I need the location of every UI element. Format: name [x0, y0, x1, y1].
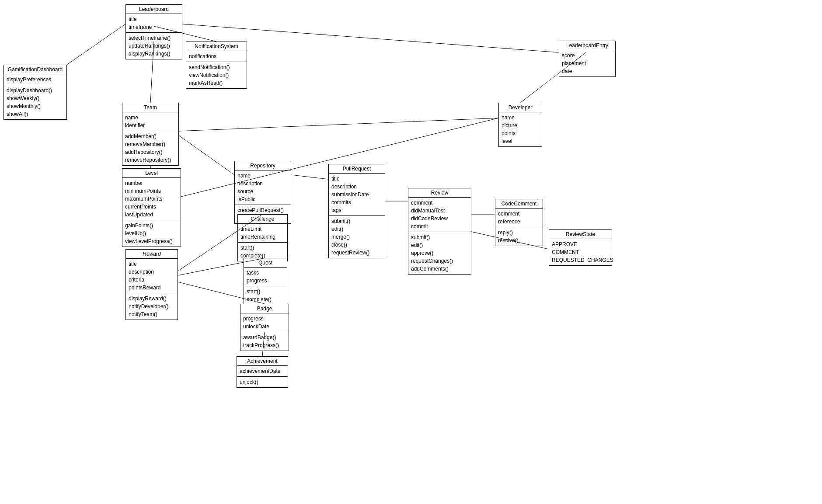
class-badge-header: Badge: [240, 304, 289, 313]
class-code-comment: CodeComment comment reference reply() re…: [495, 199, 543, 246]
class-review-header: Review: [408, 188, 471, 198]
class-review-attrs: comment didManualTest didCodeReview comm…: [408, 198, 471, 232]
class-level-methods: gainPoints() levelUp() viewLevelProgress…: [122, 220, 181, 247]
class-achievement-methods: unlock(): [237, 377, 288, 387]
class-leaderboard-entry: LeaderboardEntry score placement date: [559, 41, 616, 77]
class-leaderboard-entry-attrs: score placement date: [559, 50, 615, 76]
class-code-comment-attrs: comment reference: [495, 209, 543, 227]
class-level-attrs: number minimumPoints maximumPoints curre…: [122, 178, 181, 220]
class-pull-request-header: PullRequest: [329, 164, 385, 174]
class-review-state-header: ReviewState: [549, 230, 612, 239]
svg-line-1: [67, 24, 125, 65]
class-quest: Quest tasks progress start() complete(): [244, 258, 287, 305]
svg-line-6: [291, 175, 328, 179]
class-code-comment-methods: reply() resolve(): [495, 227, 543, 246]
class-team: Team name identifier addMember() removeM…: [122, 103, 179, 166]
class-team-header: Team: [122, 103, 178, 112]
class-level: Level number minimumPoints maximumPoints…: [122, 168, 181, 247]
class-pull-request: PullRequest title description submission…: [328, 164, 385, 258]
class-level-header: Level: [122, 169, 181, 178]
class-notification-system-attrs: notifications: [186, 51, 247, 62]
class-developer-header: Developer: [499, 103, 542, 112]
class-gamification-dashboard-attrs: displayPreferences: [4, 74, 66, 85]
class-notification-system-methods: sendNotification() viewNotification() ma…: [186, 62, 247, 88]
class-review: Review comment didManualTest didCodeRevi…: [408, 188, 471, 275]
class-leaderboard-header: Leaderboard: [126, 5, 182, 14]
class-notification-system: NotificationSystem notifications sendNot…: [186, 42, 247, 89]
class-developer-attrs: name picture points level: [499, 112, 542, 146]
svg-line-5: [179, 136, 234, 175]
class-developer: Developer name picture points level: [498, 103, 542, 147]
class-badge-methods: awardBadge() trackProgress(): [240, 332, 289, 351]
class-quest-methods: start() complete(): [244, 286, 287, 305]
class-review-state: ReviewState APPROVE COMMENT REQUESTED_CH…: [549, 229, 612, 266]
class-leaderboard-methods: selectTimeframe() updateRankings() displ…: [126, 33, 182, 59]
class-gamification-dashboard: GamificationDashboard displayPreferences…: [3, 65, 67, 120]
class-badge: Badge progress unlockDate awardBadge() t…: [240, 304, 289, 351]
class-team-methods: addMember() removeMember() addRepository…: [122, 131, 178, 165]
class-reward-attrs: title description criteria pointsReward: [126, 259, 178, 293]
class-achievement-header: Achievement: [237, 357, 288, 366]
class-pull-request-methods: submit() edit() merge() close() requestR…: [329, 216, 385, 258]
class-quest-header: Quest: [244, 258, 287, 268]
class-achievement-attrs: achievementDate: [237, 366, 288, 377]
class-review-methods: submit() edit() approve() requestChanges…: [408, 232, 471, 274]
class-leaderboard: Leaderboard title timeframe selectTimefr…: [125, 4, 182, 59]
class-notification-system-header: NotificationSystem: [186, 42, 247, 51]
class-repository-attrs: name description source isPublic: [235, 170, 291, 205]
class-pull-request-attrs: title description submissionDate commits…: [329, 174, 385, 216]
class-repository-header: Repository: [235, 161, 291, 170]
class-review-state-attrs: APPROVE COMMENT REQUESTED_CHANGES: [549, 239, 612, 265]
svg-line-16: [179, 118, 498, 131]
class-quest-attrs: tasks progress: [244, 268, 287, 286]
class-code-comment-header: CodeComment: [495, 199, 543, 209]
class-gamification-dashboard-header: GamificationDashboard: [4, 65, 66, 74]
class-reward-methods: displayReward() notifyDeveloper() notify…: [126, 293, 178, 320]
class-achievement: Achievement achievementDate unlock(): [237, 356, 288, 388]
class-team-attrs: name identifier: [122, 112, 178, 131]
class-reward: Reward title description criteria points…: [125, 249, 178, 320]
diagram-container: Leaderboard title timeframe selectTimefr…: [0, 0, 822, 504]
class-leaderboard-attrs: title timeframe: [126, 14, 182, 33]
class-badge-attrs: progress unlockDate: [240, 313, 289, 332]
class-challenge: Challenge timeLimit timeRemaining start(…: [237, 214, 288, 261]
class-challenge-header: Challenge: [238, 215, 287, 224]
class-challenge-attrs: timeLimit timeRemaining: [238, 224, 287, 243]
class-gamification-dashboard-methods: displayDashboard() showWeekly() showMont…: [4, 85, 66, 119]
class-reward-header: Reward: [126, 250, 178, 259]
class-leaderboard-entry-header: LeaderboardEntry: [559, 41, 615, 50]
